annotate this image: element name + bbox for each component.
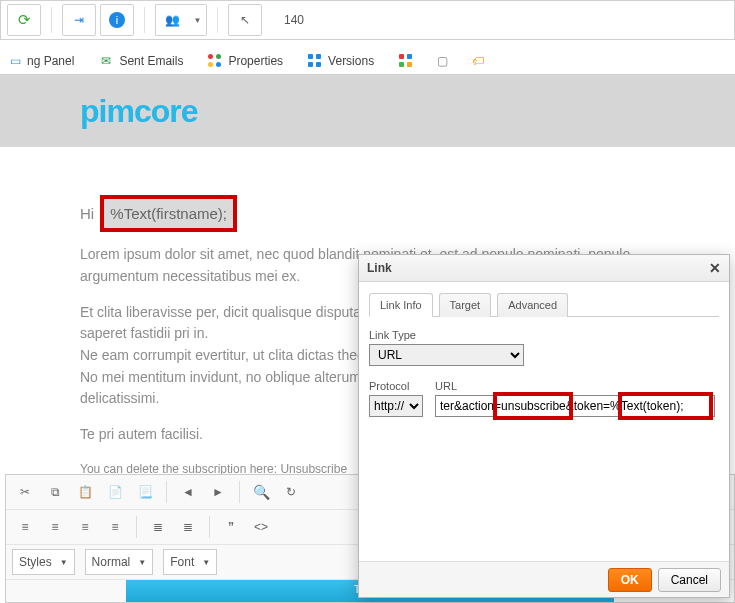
font-select[interactable]: Font▼ <box>163 549 217 575</box>
url-label: URL <box>435 380 715 392</box>
protocol-select[interactable]: http:// <box>369 395 423 417</box>
email-icon: ✉ <box>98 54 113 69</box>
source-button[interactable]: <> <box>248 514 274 540</box>
blocks-icon <box>398 54 413 69</box>
close-icon[interactable]: ✕ <box>709 260 721 276</box>
cursor-button[interactable]: ↖ <box>228 4 262 36</box>
align-right-icon: ≡ <box>81 520 88 534</box>
tab-more-3[interactable]: 🏷 <box>462 46 494 76</box>
tab-versions[interactable]: Versions <box>297 46 384 76</box>
chevron-down-icon: ▼ <box>202 558 210 567</box>
copy-icon: ⧉ <box>51 485 60 499</box>
chevron-down-icon: ▼ <box>60 558 68 567</box>
greeting-prefix: Hi <box>80 205 98 222</box>
cancel-button[interactable]: Cancel <box>658 568 721 592</box>
tab-ng-panel[interactable]: ▭ ng Panel <box>0 46 84 76</box>
paste-word-button[interactable]: 📃 <box>132 479 158 505</box>
align-center-icon: ≡ <box>51 520 58 534</box>
dialog-tabs: Link Info Target Advanced <box>369 292 719 317</box>
refresh-button[interactable]: ⟳ <box>7 4 41 36</box>
clipboard-icon: 📋 <box>78 485 93 499</box>
tab-advanced[interactable]: Advanced <box>497 293 568 317</box>
paste-text-button[interactable]: 📄 <box>102 479 128 505</box>
align-right-button[interactable]: ≡ <box>72 514 98 540</box>
divider <box>209 516 210 538</box>
dialog-body: Link Info Target Advanced Link Type URL … <box>359 282 729 561</box>
people-dropdown[interactable]: 👥 ▼ <box>155 4 207 36</box>
dialog-titlebar[interactable]: Link ✕ <box>359 255 729 282</box>
info-button[interactable]: i <box>100 4 134 36</box>
redo-button[interactable]: ► <box>205 479 231 505</box>
list-ol-button[interactable]: ≣ <box>175 514 201 540</box>
align-left-button[interactable]: ≡ <box>12 514 38 540</box>
chevron-down-icon: ▼ <box>138 558 146 567</box>
tree-icon: ⇥ <box>74 13 84 27</box>
cursor-icon: ↖ <box>240 13 250 27</box>
scissors-icon: ✂ <box>20 485 30 499</box>
tab-more-2[interactable]: ▢ <box>427 46 458 76</box>
quote-icon: ” <box>228 520 234 534</box>
panel-icon: ▭ <box>10 54 21 68</box>
main-toolbar: ⟳ ⇥ i 👥 ▼ ↖ 140 <box>0 0 735 40</box>
dialog-title-text: Link <box>367 261 392 275</box>
copy-button[interactable]: ⧉ <box>42 479 68 505</box>
tab-label: ng Panel <box>27 54 74 68</box>
align-justify-button[interactable]: ≡ <box>102 514 128 540</box>
tab-more-1[interactable] <box>388 46 423 76</box>
ok-button[interactable]: OK <box>608 568 652 592</box>
document-icon: ▢ <box>437 54 448 68</box>
paste-button[interactable]: 📋 <box>72 479 98 505</box>
versions-icon <box>307 54 322 69</box>
divider <box>136 516 137 538</box>
divider <box>144 7 145 33</box>
search-icon: 🔍 <box>253 484 270 500</box>
tab-properties[interactable]: Properties <box>197 46 293 76</box>
tag-icon: 🏷 <box>472 54 484 68</box>
clipboard-word-icon: 📃 <box>138 485 153 499</box>
linktype-label: Link Type <box>369 329 719 341</box>
style-select[interactable]: Styles▼ <box>12 549 75 575</box>
tree-button[interactable]: ⇥ <box>62 4 96 36</box>
tab-label: Sent Emails <box>119 54 183 68</box>
placeholder-firstname[interactable]: %Text(firstname); <box>100 195 237 232</box>
cut-button[interactable]: ✂ <box>12 479 38 505</box>
dialog-footer: OK Cancel <box>359 561 729 597</box>
list-ol-icon: ≣ <box>183 520 193 534</box>
people-icon: 👥 <box>165 13 180 27</box>
align-center-button[interactable]: ≡ <box>42 514 68 540</box>
list-ul-icon: ≣ <box>153 520 163 534</box>
link-dialog: Link ✕ Link Info Target Advanced Link Ty… <box>358 254 730 598</box>
zoom-level: 140 <box>284 13 304 27</box>
protocol-field: Protocol http:// <box>369 380 423 417</box>
undo-button[interactable]: ◄ <box>175 479 201 505</box>
align-left-icon: ≡ <box>21 520 28 534</box>
document-header: pimcore <box>0 75 735 147</box>
properties-icon <box>207 54 222 69</box>
divider <box>166 481 167 503</box>
find-button[interactable]: 🔍 <box>248 479 274 505</box>
url-field: URL <box>435 380 715 417</box>
list-ul-button[interactable]: ≣ <box>145 514 171 540</box>
linktype-select[interactable]: URL <box>369 344 524 366</box>
code-icon: <> <box>254 520 268 534</box>
linktype-field: Link Type URL <box>369 329 719 366</box>
protocol-label: Protocol <box>369 380 423 392</box>
chevron-down-icon: ▼ <box>190 16 206 25</box>
tab-sent-emails[interactable]: ✉ Sent Emails <box>88 46 193 76</box>
tab-link-info[interactable]: Link Info <box>369 293 433 317</box>
format-select[interactable]: Normal▼ <box>85 549 154 575</box>
logo: pimcore <box>80 93 197 130</box>
divider <box>51 7 52 33</box>
greeting-line: Hi %Text(firstname); <box>80 195 655 232</box>
refresh-icon: ⟳ <box>18 11 31 29</box>
divider <box>239 481 240 503</box>
replace-icon: ↻ <box>286 485 296 499</box>
redo-icon: ► <box>212 485 224 499</box>
divider <box>217 7 218 33</box>
tab-target[interactable]: Target <box>439 293 492 317</box>
tab-label: Versions <box>328 54 374 68</box>
url-input[interactable] <box>435 395 715 417</box>
document-tabs: ▭ ng Panel ✉ Sent Emails Properties Vers… <box>0 44 735 74</box>
replace-button[interactable]: ↻ <box>278 479 304 505</box>
quote-button[interactable]: ” <box>218 514 244 540</box>
